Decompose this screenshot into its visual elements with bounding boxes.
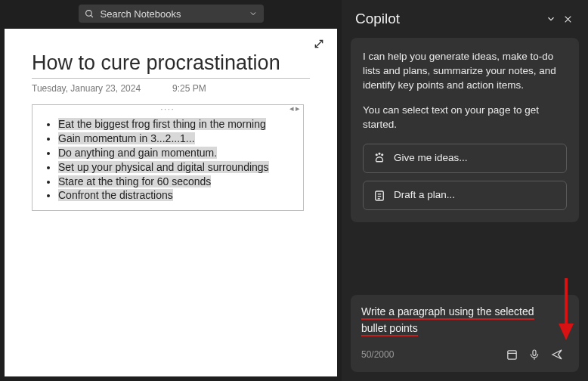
resize-handle-icon[interactable]: ◂▸	[289, 104, 302, 113]
copilot-header: Copilot	[342, 0, 588, 38]
svg-line-2	[315, 40, 322, 47]
list-item[interactable]: Eat the biggest frog first thing in the …	[58, 117, 296, 132]
copilot-panel: Copilot I can help you generate ideas, m…	[342, 0, 588, 381]
note-date: Tuesday, January 23, 2024	[32, 83, 141, 94]
note-text-container[interactable]: ····◂▸ Eat the biggest frog first thing …	[32, 104, 304, 211]
collapse-button[interactable]	[543, 14, 559, 24]
list-item[interactable]: Stare at the thing for 60 seconds	[58, 175, 296, 189]
note-title[interactable]: How to cure procrastination	[32, 51, 310, 75]
list-item[interactable]: Do anything and gain momentum.	[58, 146, 296, 160]
note-page[interactable]: How to cure procrastination Tuesday, Jan…	[5, 29, 337, 376]
search-placeholder: Search Notebooks	[101, 8, 249, 20]
ideas-icon	[373, 152, 386, 166]
microphone-button[interactable]	[523, 345, 546, 364]
svg-point-5	[376, 154, 377, 156]
expand-icon[interactable]	[313, 38, 325, 53]
container-grip[interactable]: ····◂▸	[32, 105, 303, 113]
svg-rect-12	[507, 350, 515, 358]
svg-rect-14	[533, 350, 536, 355]
note-editor-panel: Search Notebooks How to cure procrastina…	[0, 0, 342, 381]
ideas-label: Give me ideas...	[394, 151, 468, 166]
bullet-list[interactable]: Eat the biggest frog first thing in the …	[32, 113, 303, 210]
search-icon	[85, 9, 94, 19]
plan-label: Draft a plan...	[394, 188, 455, 203]
note-meta: Tuesday, January 23, 2024 9:25 PM	[32, 83, 310, 94]
prompt-guide-button[interactable]	[500, 345, 523, 364]
input-footer: 50/2000	[361, 345, 568, 364]
give-me-ideas-button[interactable]: Give me ideas...	[363, 144, 567, 173]
title-divider	[32, 78, 310, 79]
svg-point-7	[379, 153, 380, 154]
copilot-hint-text: You can select text on your page to get …	[363, 104, 567, 132]
list-item[interactable]: Set up your physical and digital surroun…	[58, 160, 296, 175]
svg-line-1	[91, 15, 93, 17]
list-item[interactable]: Gain momentum in 3...2...1...	[58, 132, 296, 146]
prompt-input[interactable]: Write a paragraph using the selected bul…	[361, 304, 568, 337]
copilot-title: Copilot	[355, 11, 543, 27]
chevron-down-icon[interactable]	[249, 9, 258, 18]
svg-point-6	[382, 154, 383, 156]
copilot-intro-text: I can help you generate ideas, make to-d…	[363, 50, 567, 93]
close-button[interactable]	[559, 14, 576, 24]
send-button[interactable]	[546, 345, 568, 364]
copilot-welcome-card: I can help you generate ideas, make to-d…	[351, 38, 579, 222]
char-count: 50/2000	[361, 349, 500, 360]
note-time: 9:25 PM	[172, 83, 206, 94]
svg-point-0	[85, 10, 91, 16]
list-item[interactable]: Confront the distractions	[58, 188, 296, 203]
draft-a-plan-button[interactable]: Draft a plan...	[363, 181, 567, 210]
plan-icon	[373, 189, 386, 203]
copilot-input-area[interactable]: Write a paragraph using the selected bul…	[351, 295, 579, 372]
search-notebooks[interactable]: Search Notebooks	[79, 5, 264, 23]
